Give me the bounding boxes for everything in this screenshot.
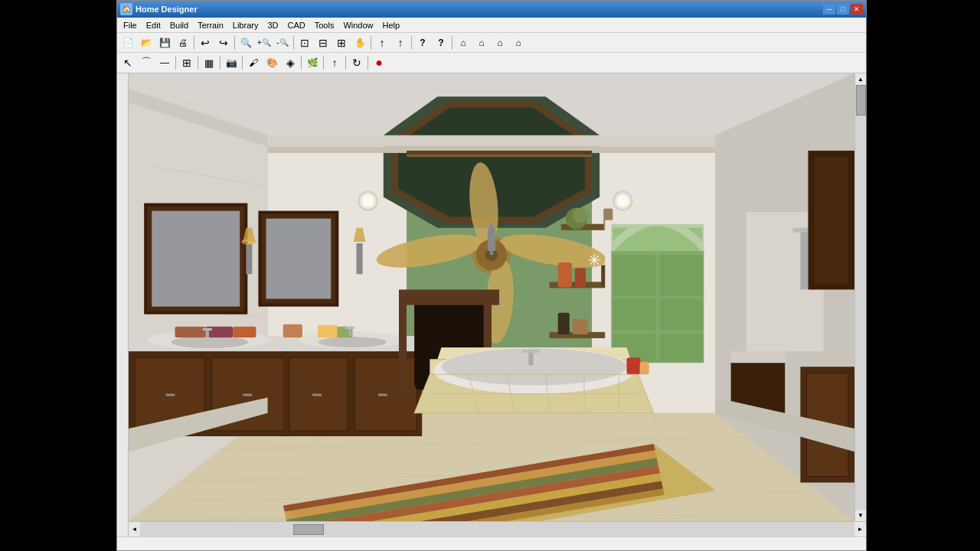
camera-button[interactable]: 📷	[223, 54, 240, 71]
up-arrow-button[interactable]: ↑	[374, 34, 390, 51]
redo-button[interactable]: ↪	[215, 34, 232, 51]
svg-point-50	[171, 336, 248, 348]
window-controls[interactable]: ─ □ ✕	[823, 4, 863, 15]
undo-button[interactable]: ↩	[197, 34, 214, 51]
color2-button[interactable]: ◈	[282, 54, 299, 71]
line-style-button[interactable]: —	[156, 54, 173, 71]
menu-tools[interactable]: Tools	[310, 19, 339, 31]
pan-button[interactable]: ✋	[351, 34, 368, 51]
menu-file[interactable]: File	[119, 19, 142, 31]
arc-button[interactable]: ⌒	[138, 54, 155, 71]
zoom-out-button[interactable]: -🔍	[274, 34, 291, 51]
minimize-button[interactable]: ─	[823, 4, 835, 15]
hscroll-track[interactable]	[140, 522, 854, 536]
help-q2-button[interactable]: ?	[433, 34, 449, 51]
open-button[interactable]: 📂	[138, 34, 155, 51]
zoom-box-button[interactable]: ⊞	[333, 34, 350, 51]
sep6b	[323, 56, 324, 70]
menu-help[interactable]: Help	[378, 19, 405, 31]
svg-rect-40	[268, 135, 716, 147]
scroll-track[interactable]	[855, 85, 866, 510]
menu-3d[interactable]: 3D	[263, 19, 283, 31]
scroll-down-arrow[interactable]: ▼	[855, 510, 867, 521]
house1-button[interactable]: ⌂	[455, 34, 472, 51]
canvas-area[interactable]: ✳	[129, 73, 866, 536]
paint-bucket-button[interactable]: 🖌	[245, 54, 262, 71]
svg-rect-73	[266, 219, 332, 299]
sep7b	[345, 56, 346, 70]
plant-button[interactable]: 🌿	[304, 54, 321, 71]
svg-rect-109	[626, 357, 640, 374]
svg-rect-70	[152, 211, 240, 307]
toolbar-row2: ↖ ⌒ — ⊞ ▦ 📷 🖌 🎨 ◈ 🌿 ↑ ↻ ●	[117, 53, 866, 73]
left-ruler	[117, 73, 129, 536]
zoom-magnifier-button[interactable]: 🔍	[237, 34, 254, 51]
svg-rect-81	[399, 302, 407, 390]
svg-rect-93	[558, 313, 570, 334]
svg-rect-47	[165, 394, 175, 396]
render-container: ✳	[129, 73, 854, 521]
svg-rect-100	[611, 251, 704, 363]
svg-rect-108	[522, 350, 539, 353]
svg-point-58	[318, 337, 387, 347]
floor-plan-button[interactable]: ⊞	[178, 54, 195, 71]
svg-rect-55	[312, 394, 322, 396]
title-bar: 🏠 Home Designer ─ □ ✕	[117, 1, 866, 18]
svg-rect-124	[731, 351, 786, 363]
scroll-thumb[interactable]	[856, 85, 866, 116]
main-area: ✳	[117, 73, 866, 536]
save-button[interactable]: 💾	[156, 34, 173, 51]
svg-rect-59	[175, 327, 206, 337]
menu-build[interactable]: Build	[165, 19, 193, 31]
color-swatch-button[interactable]: 🎨	[263, 54, 280, 71]
svg-rect-66	[203, 328, 212, 331]
close-button[interactable]: ✕	[851, 4, 863, 15]
zoom-in-button[interactable]: +🔍	[256, 34, 273, 51]
new-button[interactable]: 📄	[119, 34, 136, 51]
house2-button[interactable]: ⌂	[473, 34, 490, 51]
scroll-up-arrow[interactable]: ▲	[855, 73, 867, 85]
status-bar	[117, 536, 866, 550]
print-button[interactable]: 🖨	[175, 34, 191, 51]
svg-rect-62	[318, 325, 337, 337]
menu-window[interactable]: Window	[338, 19, 377, 31]
menu-bar: File Edit Build Terrain Library 3D CAD T…	[117, 18, 866, 33]
scroll-left-arrow[interactable]: ◄	[129, 522, 140, 537]
svg-point-76	[241, 239, 256, 245]
house4-button[interactable]: ⌂	[510, 34, 527, 51]
right-scrollbar[interactable]: ▲ ▼	[854, 73, 866, 521]
bathroom-scene: ✳	[129, 73, 854, 521]
up3-button[interactable]: ↑	[326, 54, 343, 71]
sep1b	[175, 56, 176, 70]
scroll-right-arrow[interactable]: ►	[854, 522, 866, 537]
menu-library[interactable]: Library	[228, 19, 263, 31]
sep6	[452, 36, 452, 50]
sep3b	[220, 56, 220, 70]
fit-page-button[interactable]: ⊡	[296, 34, 313, 51]
red-dot-button[interactable]: ●	[371, 54, 387, 71]
hscroll-thumb[interactable]	[293, 524, 324, 535]
sep8b	[368, 56, 368, 70]
help-q-button[interactable]: ?	[414, 34, 431, 51]
menu-terrain[interactable]: Terrain	[193, 19, 228, 31]
toolbar-row1: 📄 📂 💾 🖨 ↩ ↪ 🔍 +🔍 -🔍 ⊡ ⊟ ⊞ ✋ ↑ ↑ ? ? ⌂ ⌂	[117, 33, 866, 53]
arrow2-button[interactable]: ↑	[392, 34, 409, 51]
material-button[interactable]: ▦	[201, 54, 217, 71]
sep1	[194, 36, 194, 50]
bottom-scrollbar[interactable]: ◄ ►	[129, 521, 866, 536]
maximize-button[interactable]: □	[837, 4, 849, 15]
svg-point-36	[362, 194, 374, 207]
rotate-button[interactable]: ↻	[348, 54, 365, 71]
fit-all-button[interactable]: ⊟	[315, 34, 332, 51]
svg-point-85	[573, 208, 588, 223]
svg-rect-68	[345, 327, 354, 329]
svg-rect-120	[800, 228, 808, 290]
svg-rect-88	[558, 262, 572, 287]
menu-cad[interactable]: CAD	[283, 19, 309, 31]
house3-button[interactable]: ⌂	[492, 34, 508, 51]
svg-rect-110	[640, 362, 649, 374]
cursor-button[interactable]: ↖	[119, 54, 136, 71]
svg-rect-48	[243, 394, 252, 396]
svg-rect-140	[407, 155, 592, 157]
menu-edit[interactable]: Edit	[142, 19, 165, 31]
